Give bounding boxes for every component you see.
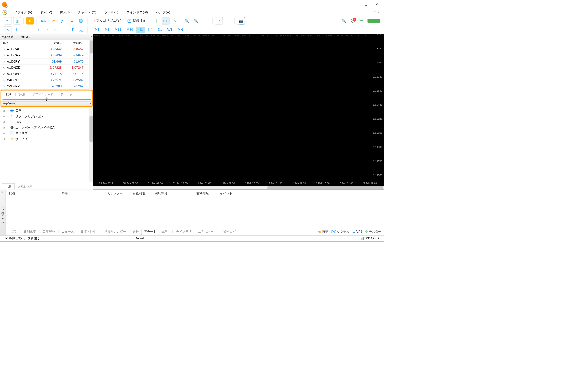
timeframe-m5[interactable]: M5 [102,27,112,33]
tab-tick[interactable]: ティック [58,92,75,97]
grid-button[interactable]: ⊞ [202,17,210,24]
tab-expert[interactable]: エキスパート [196,229,219,235]
zoom-out-button[interactable]: 🔍− [193,17,201,24]
candle-up-icon[interactable]: ┼ [153,17,161,24]
tab-symbol[interactable]: 銘柄 [3,92,14,97]
menu-view[interactable]: 表示 (V) [36,9,56,16]
tab-library[interactable]: ライブラリ [174,229,194,235]
hline-tool[interactable]: ⊖ [34,26,41,33]
sort-asc-icon[interactable]: ▲ [10,42,12,44]
tab-detail[interactable]: 詳細 [17,92,28,97]
market-watch-row[interactable]: ↗AUDJPY81.66981.675 [0,59,89,65]
signal-icon[interactable]: ((•)) [59,17,66,24]
tab-alert[interactable]: アラート [141,229,159,235]
bars-chart-button[interactable]: ▥▾ [13,17,21,24]
timeframe-m15[interactable]: M15 [112,27,124,33]
tab-inbox[interactable]: 受信トレイ7 [78,229,100,235]
timeframe-d1[interactable]: D1 [155,27,164,33]
link-vps[interactable]: ☁VPS [352,230,363,234]
autoscroll-icon[interactable]: ⇥ [215,17,223,24]
dollar-icon[interactable]: $ [26,17,34,24]
navigator-scrollbar[interactable] [89,107,93,182]
minimize-button[interactable]: ― [349,0,360,9]
market-watch-close-icon[interactable]: × [90,35,92,39]
tab-priceboard[interactable]: プライスボード [30,92,56,97]
ide-button[interactable]: IDE [39,19,48,23]
timeframe-m1[interactable]: M1 [92,27,102,33]
tab-company[interactable]: 会社 [130,229,141,235]
pointer-tool[interactable]: ↖ [4,26,12,33]
crosshair-tool[interactable]: ✛ [13,26,20,33]
equidistant-tool[interactable]: ⇗ [51,26,59,33]
menu-chart[interactable]: チャート (C) [74,9,100,16]
market-watch-row[interactable]: ↗AUDUSD0.711730.71176 [0,71,89,77]
link-signal[interactable]: ((•))シグナル [331,230,349,234]
navigator-tab-favorites[interactable]: お気に入り [15,184,36,189]
navigator-tab-general[interactable]: 一般 [2,183,15,189]
menu-help[interactable]: ヘルプ(H) [152,9,174,16]
search-button[interactable]: 🔍 [340,17,348,24]
tab-margin[interactable]: 運用比率 [21,229,38,235]
tab-calendar[interactable]: 指標カレンダー [102,229,128,235]
trendline-tool[interactable]: ↗ [43,26,50,33]
tab-article[interactable]: 記事3 [159,229,172,235]
market-watch-row[interactable]: ↘AUDNZD1.072231.07247 [0,65,89,71]
vline-tool[interactable]: │ [25,26,33,33]
maximize-button[interactable]: ☐ [361,0,371,9]
navigator-item[interactable]: ⊞⋯〰指標 [2,119,92,125]
zoom-in-button[interactable]: 🔍+ [184,17,191,24]
screenshot-button[interactable]: 📷 [237,17,245,24]
status-profile[interactable]: Default [132,237,360,240]
market-icon[interactable]: 🛍 [50,17,57,24]
shapes-tool[interactable]: ◇△▾ [77,26,85,33]
market-watch-header[interactable]: 気配値表示: 12:05:35 × [0,34,93,40]
mdi-minimize-icon[interactable]: – [371,11,372,14]
link-market[interactable]: 🛍市場 [318,230,328,234]
menu-tool[interactable]: ツール(T) [100,9,122,16]
globe-icon[interactable]: 🌐 [77,17,84,24]
cloud-icon[interactable]: ☁ [68,17,76,24]
tab-trade[interactable]: 取引 [8,229,19,235]
candle-toggle-icon[interactable]: ⊓⊔ [162,17,169,24]
navigator-item[interactable]: ⊞⋯↻サブスクリプション [2,114,92,119]
market-watch-scrollbar[interactable] [89,40,93,90]
chart-scrollbar[interactable] [93,186,384,190]
timeframe-m30[interactable]: M30 [124,27,135,33]
close-button[interactable]: ✕ [371,0,382,9]
toolbox-side-label[interactable]: × ツールボックス [0,190,6,235]
link-tester[interactable]: ⚙テスター [365,230,381,234]
navigator-item[interactable]: ⊞⋯⚙サービス [2,136,92,142]
zigzag-icon[interactable]: ∿ [171,17,179,24]
fibo-tool[interactable]: ≡ [60,26,67,33]
tab-log[interactable]: 操作ログ [221,229,238,235]
lvl-icon[interactable]: LVL [358,17,366,24]
market-watch-row[interactable]: ↗CADJPY90.28890.297 [0,83,89,89]
notifications-button[interactable]: 💬1 [349,17,357,24]
navigator-close-icon[interactable]: × [89,102,91,105]
mdi-restore-icon[interactable]: ❐ [374,11,376,14]
chart-area[interactable]: ·1.13320·1.13140·1.12960·1.12780·1.12600… [93,34,384,189]
market-watch-row[interactable]: ↗AUDCHF0.656390.65649 [0,52,89,58]
mdi-close-icon[interactable]: × [378,11,379,14]
market-watch-columns[interactable]: 銘柄▲ 売気... 買気配... [0,40,89,46]
text-tool[interactable]: T [69,26,76,33]
navigator-item[interactable]: ⊞⋯👥口座 [2,108,92,114]
navigator-item[interactable]: ⊞⋯📄スクリプト [2,131,92,136]
new-order-button[interactable]: +新規注文 [126,19,147,23]
toolbox-columns[interactable]: 銘柄 条件 カウンター 回数制限 制限時間... 有効期限 イベント [6,190,384,197]
timeframe-mn[interactable]: MN [175,27,186,33]
market-watch-row[interactable]: ↘AUDCAD0.904470.90457 [0,46,89,52]
menu-window[interactable]: ウインドウ(W) [122,9,152,16]
line-chart-button[interactable]: 〜▾ [4,17,12,24]
shift-icon[interactable]: ↦ [224,17,232,24]
menu-insert[interactable]: 挿入(I) [56,9,74,16]
market-watch-row[interactable]: ↗CADCHF0.725710.72582 [0,77,89,83]
timeframe-h1[interactable]: H1 [136,27,145,33]
tab-history[interactable]: 口座履歴 [40,229,58,235]
connection-indicator[interactable] [367,19,380,23]
tab-news[interactable]: ニュース [59,229,77,235]
status-connection[interactable]: 3324 / 5 Kb [360,237,381,240]
algo-trading-button[interactable]: ▢アルゴリズム取引 [90,19,124,23]
navigator-header[interactable]: ナビゲータ × [1,101,92,106]
navigator-item[interactable]: ⊞⋯🎓エキスパートアドバイザ(EA) [2,125,92,130]
